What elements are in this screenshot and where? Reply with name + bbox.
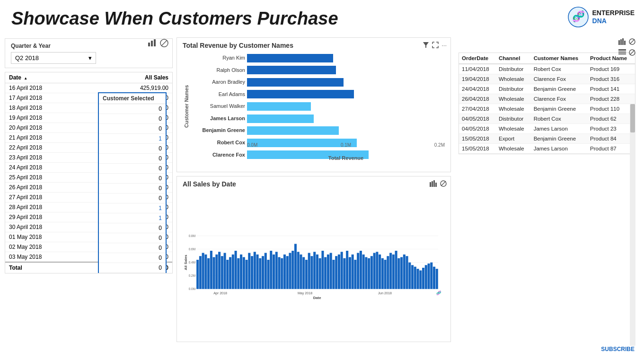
sales-bar (204, 255, 207, 289)
sales-bar (278, 257, 280, 289)
sales-bar (275, 252, 278, 289)
sales-bar (262, 256, 264, 289)
order-table-row[interactable]: 27/04/2018 Wholesale Benjamin Greene Pro… (459, 104, 635, 114)
subscribe-button[interactable]: SUBSCRIBE (601, 346, 635, 352)
sales-bar (381, 258, 384, 289)
sales-bar (392, 255, 395, 289)
sales-bar (308, 253, 310, 289)
h-bar-label-list: Ryan KimRalph OlsonAaron BradleyEarl Ada… (190, 52, 247, 161)
sales-bar (302, 257, 305, 289)
sales-bar (343, 258, 345, 289)
order-table-row[interactable]: 04/05/2018 Distributor Robert Cox Produc… (459, 114, 635, 124)
h-bar-row[interactable] (247, 114, 445, 123)
logo-text: ENTERPRISE DNA (592, 9, 635, 25)
right-panel-bottom-icons (618, 49, 635, 57)
sales-bar (305, 260, 308, 289)
order-table-row[interactable]: 15/05/2018 Export Benjamin Greene Produc… (459, 134, 635, 144)
order-table-row[interactable]: 24/04/2018 Distributor Benjamin Greene P… (459, 84, 635, 94)
sales-bar (273, 255, 275, 289)
order-table-row[interactable]: 04/05/2018 Wholesale James Larson Produc… (459, 124, 635, 134)
h-bar-body: 0.0M 0.1M 0.2M Total Revenue (247, 52, 445, 161)
expand-icon[interactable] (432, 42, 439, 50)
sales-bar (433, 267, 435, 289)
cs-row: 0 (99, 223, 166, 233)
chevron-down-icon: ▾ (88, 54, 92, 62)
sales-block-icon[interactable] (440, 180, 447, 188)
col-date-header[interactable]: Date ▲ (5, 72, 86, 83)
rp-table-icon[interactable] (618, 49, 626, 57)
h-bar-label: Aaron Bradley (190, 78, 245, 86)
block-icon[interactable] (159, 38, 169, 48)
svg-rect-10 (433, 180, 435, 187)
order-table-row[interactable]: 26/04/2018 Wholesale Clarence Fox Produc… (459, 94, 635, 104)
cs-row: 1 (99, 203, 166, 213)
sales-bar (384, 260, 387, 289)
sales-bar (349, 257, 351, 289)
cs-row: 0 (99, 243, 166, 253)
sales-bar (362, 255, 365, 289)
total-label: Total (5, 262, 86, 273)
sales-bar (417, 269, 419, 289)
svg-text:All Sales: All Sales (184, 255, 188, 270)
main-layout: Quarter & Year Q2 2018 ▾ Date ▲ All Sale… (0, 34, 644, 346)
svg-text:🧬: 🧬 (572, 10, 585, 23)
sales-bar (335, 256, 337, 289)
h-bar-row[interactable] (247, 89, 445, 99)
cs-row: 0 (99, 154, 166, 164)
bar-chart-icon[interactable] (147, 38, 157, 48)
sales-bar (419, 271, 422, 289)
date-table-wrapper: Date ▲ All Sales 16 April 2018425,919.00… (5, 72, 173, 273)
cs-row: 0 (99, 124, 166, 134)
order-table-row[interactable]: 19/04/2018 Wholesale Clarence Fox Produc… (459, 74, 635, 84)
h-bar-chart: Customer Names Ryan KimRalph OlsonAaron … (183, 52, 445, 161)
sales-bar (281, 258, 283, 289)
right-panel-icons (618, 38, 635, 57)
sales-chart-svg: 0.8M0.6M0.4M0.2M0.0MApr 2018May 2018Jun … (183, 194, 445, 338)
sales-bar (368, 258, 370, 289)
filter-dropdown[interactable]: Q2 2018 ▾ (11, 52, 96, 64)
svg-text:0.8M: 0.8M (189, 234, 195, 238)
h-bar-row[interactable] (247, 78, 445, 87)
rp-block-icon[interactable] (629, 38, 635, 46)
sales-bar (403, 255, 406, 289)
sales-bar-icon[interactable] (430, 180, 437, 188)
h-bar-row[interactable] (247, 126, 445, 135)
cs-row: 0 (99, 253, 166, 263)
scroll-indicator[interactable] (630, 104, 635, 346)
h-bar-row[interactable] (247, 65, 445, 75)
h-bar-row[interactable] (247, 53, 445, 63)
sales-bar (341, 252, 343, 289)
center-area: Total Revenue by Customer Names ··· Cust… (173, 34, 455, 346)
filter-label: Quarter & Year (11, 43, 167, 49)
cs-row: 0 (99, 194, 166, 203)
sales-bar (210, 251, 212, 289)
sales-bar (213, 257, 215, 289)
sales-bar (289, 253, 291, 289)
more-icon[interactable]: ··· (441, 42, 447, 50)
bar-chart-title: Total Revenue by Customer Names (183, 42, 445, 49)
sales-bar (354, 260, 356, 289)
h-bar (247, 126, 339, 135)
order-col-header: Channel (496, 53, 531, 64)
svg-text:May 2018: May 2018 (298, 291, 312, 295)
left-panel: Quarter & Year Q2 2018 ▾ Date ▲ All Sale… (5, 34, 173, 346)
order-table-row[interactable]: 15/05/2018 Wholesale James Larson Produc… (459, 144, 635, 154)
filter-icon[interactable] (423, 42, 429, 50)
cs-row: 0 (99, 263, 166, 273)
h-bar-label: Clarence Fox (190, 151, 245, 159)
sales-bar (373, 253, 376, 289)
svg-line-35 (630, 39, 635, 44)
sales-bar (267, 260, 270, 289)
cs-row: 0 (99, 114, 166, 124)
cs-row: 0 (99, 104, 166, 114)
col-sales-header[interactable]: All Sales (86, 72, 172, 83)
svg-text:0.4M: 0.4M (189, 261, 195, 264)
table-row[interactable]: 16 April 2018425,919.00 (5, 83, 172, 93)
rp-bar-icon[interactable] (618, 38, 626, 46)
order-table-row[interactable]: 11/04/2018 Distributor Robert Cox Produc… (459, 64, 635, 74)
sales-bar (411, 265, 414, 289)
svg-rect-38 (618, 53, 626, 54)
svg-text:0.6M: 0.6M (189, 247, 195, 251)
h-bar-row[interactable] (247, 102, 445, 111)
rp-block2-icon[interactable] (629, 49, 635, 57)
